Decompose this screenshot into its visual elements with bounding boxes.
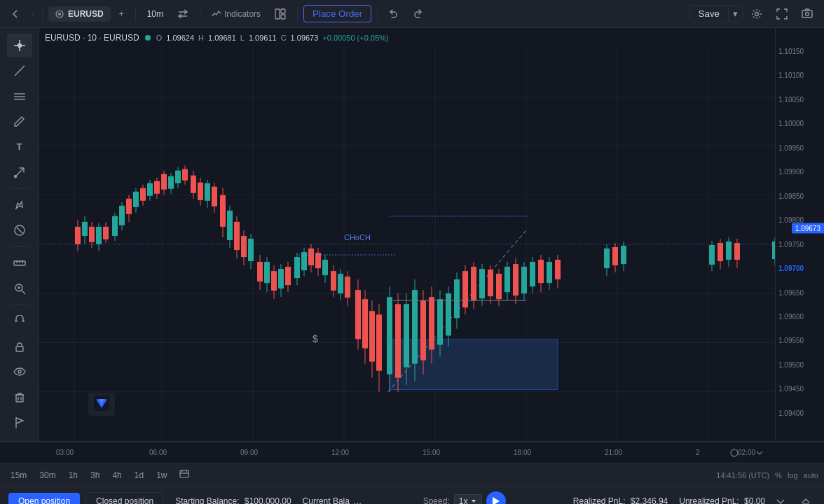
sep5 bbox=[377, 7, 378, 21]
symbol-selector[interactable]: EURUSD bbox=[48, 6, 111, 22]
tf-1d[interactable]: 1d bbox=[130, 468, 149, 482]
flag-tool[interactable] bbox=[7, 410, 32, 435]
pencil-tool[interactable] bbox=[7, 109, 32, 133]
candlestick-chart[interactable]: CHoCH $ bbox=[39, 48, 775, 441]
svg-point-5 bbox=[755, 12, 759, 15]
save-button[interactable]: Save bbox=[690, 6, 728, 22]
svg-rect-165 bbox=[488, 270, 493, 296]
svg-rect-90 bbox=[220, 195, 226, 227]
text-tool[interactable]: T bbox=[7, 134, 32, 158]
open-position-button[interactable]: Open position bbox=[8, 493, 80, 505]
svg-rect-114 bbox=[308, 248, 314, 265]
compare-button[interactable] bbox=[172, 6, 194, 22]
horizontal-line-tool[interactable] bbox=[7, 84, 32, 108]
svg-rect-159 bbox=[462, 271, 468, 307]
time-collapse-button[interactable] bbox=[748, 442, 771, 464]
collapse-button[interactable] bbox=[771, 491, 790, 505]
price-axis: 1.10150 1.10100 1.10050 1.10000 1.09950 … bbox=[775, 28, 824, 441]
screenshot-button[interactable] bbox=[796, 3, 818, 25]
trend-line-tool[interactable] bbox=[7, 59, 32, 83]
back-button[interactable] bbox=[6, 4, 25, 24]
arrow-tool[interactable] bbox=[7, 160, 32, 183]
svg-rect-190 bbox=[709, 245, 715, 265]
l-label: L bbox=[240, 34, 245, 42]
svg-rect-122 bbox=[338, 274, 343, 293]
speed-selector[interactable]: 1x bbox=[454, 494, 483, 505]
tf-custom[interactable] bbox=[174, 467, 194, 483]
svg-rect-104 bbox=[271, 271, 277, 290]
layout-button[interactable] bbox=[269, 6, 291, 22]
add-symbol-button[interactable]: + bbox=[114, 6, 130, 22]
time-06: 06:00 bbox=[149, 449, 167, 456]
circle-tool[interactable] bbox=[7, 218, 32, 242]
svg-rect-180 bbox=[547, 262, 552, 283]
svg-rect-92 bbox=[227, 211, 233, 240]
svg-rect-108 bbox=[285, 267, 291, 285]
interval-selector[interactable]: 10m bbox=[142, 6, 169, 22]
svg-rect-3 bbox=[281, 9, 285, 13]
price-level-4: 1.09950 bbox=[778, 144, 821, 152]
price-level-0: 1.10150 bbox=[778, 48, 821, 55]
indicators-label: Indicators bbox=[224, 9, 261, 19]
time-axis-right bbox=[723, 442, 771, 464]
play-button[interactable] bbox=[486, 491, 506, 505]
lock-tool[interactable] bbox=[7, 335, 32, 358]
chart-time: 14:41:56 (UTC) bbox=[716, 471, 769, 479]
tf-4h[interactable]: 4h bbox=[107, 468, 126, 482]
zoom-tool[interactable] bbox=[7, 276, 32, 300]
save-dropdown-button[interactable]: ▾ bbox=[728, 6, 742, 22]
tf-15m[interactable]: 15m bbox=[6, 468, 32, 482]
fullscreen-button[interactable] bbox=[771, 3, 793, 25]
svg-rect-62 bbox=[119, 206, 125, 225]
svg-text:$: $ bbox=[313, 333, 318, 344]
tf-1h[interactable]: 1h bbox=[64, 468, 83, 482]
settings-button[interactable] bbox=[746, 3, 768, 25]
percent-label: % bbox=[775, 471, 782, 479]
svg-rect-149 bbox=[420, 300, 426, 360]
price-level-14: 1.09450 bbox=[778, 385, 821, 393]
svg-line-17 bbox=[17, 227, 22, 233]
svg-line-23 bbox=[22, 290, 25, 294]
time-settings-button[interactable] bbox=[723, 442, 746, 464]
crosshair-tool[interactable] bbox=[7, 34, 32, 57]
trash-tool[interactable] bbox=[7, 385, 32, 410]
svg-rect-72 bbox=[154, 181, 160, 194]
tf-3h[interactable]: 3h bbox=[85, 468, 104, 482]
svg-rect-161 bbox=[471, 267, 476, 300]
svg-rect-84 bbox=[198, 183, 203, 200]
eye-tool[interactable] bbox=[7, 360, 32, 384]
time-12: 12:00 bbox=[331, 449, 349, 456]
svg-rect-176 bbox=[530, 262, 535, 286]
time-21: 21:00 bbox=[605, 449, 622, 456]
price-level-6: 1.09850 bbox=[778, 192, 821, 200]
live-dot bbox=[145, 35, 151, 41]
magnet-tool[interactable] bbox=[7, 309, 32, 333]
svg-line-11 bbox=[15, 66, 25, 76]
current-balance-ellipsis: … bbox=[353, 496, 362, 505]
svg-rect-58 bbox=[103, 227, 109, 239]
left-tool-sep2 bbox=[10, 246, 29, 247]
closed-position-button[interactable]: Closed position bbox=[85, 492, 164, 505]
indicators-button[interactable]: Indicators bbox=[206, 6, 266, 22]
ruler-tool[interactable] bbox=[7, 251, 32, 275]
price-level-2: 1.10050 bbox=[778, 96, 821, 104]
tf-30m[interactable]: 30m bbox=[34, 468, 60, 482]
svg-rect-96 bbox=[241, 236, 247, 257]
svg-rect-2 bbox=[275, 9, 280, 19]
svg-rect-172 bbox=[513, 264, 519, 295]
place-order-button[interactable]: Place Order bbox=[303, 5, 371, 22]
svg-rect-174 bbox=[521, 267, 527, 293]
chart-info-bar: EURUSD · 10 · EURUSD O 1.09624 H 1.09681… bbox=[39, 28, 775, 48]
interval-label: 10m bbox=[147, 9, 163, 19]
undo-button[interactable] bbox=[383, 6, 404, 22]
pointer-tool[interactable] bbox=[7, 193, 32, 217]
svg-rect-147 bbox=[412, 290, 418, 363]
tf-1w[interactable]: 1w bbox=[151, 468, 172, 482]
chart-area[interactable]: EURUSD · 10 · EURUSD O 1.09624 H 1.09681… bbox=[39, 28, 775, 441]
svg-rect-141 bbox=[387, 297, 392, 374]
expand-button[interactable] bbox=[796, 491, 816, 505]
main-layout: T bbox=[0, 28, 824, 441]
dash-label: - bbox=[28, 9, 36, 19]
redo-button[interactable] bbox=[407, 6, 428, 22]
change-val: +0.00050 (+0.05%) bbox=[322, 34, 388, 42]
